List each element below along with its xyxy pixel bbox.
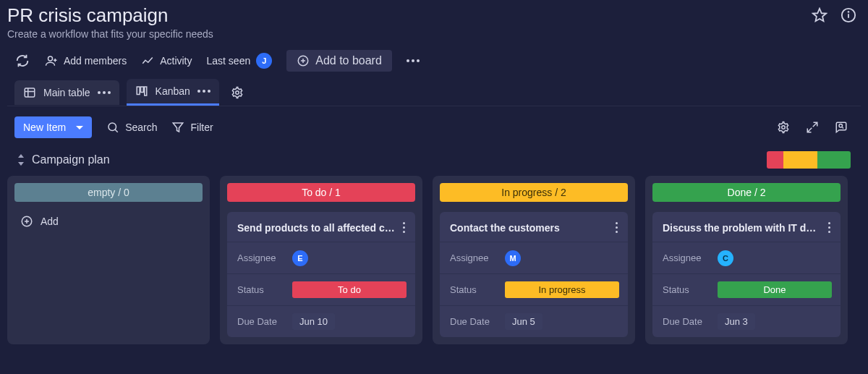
- chevron-down-icon: [76, 126, 83, 129]
- svg-marker-19: [174, 123, 184, 132]
- svg-point-17: [109, 123, 116, 131]
- star-icon[interactable]: [812, 7, 827, 23]
- kanban-column: To do / 1Send products to all affected c…: [220, 176, 422, 344]
- add-item-button[interactable]: Add: [14, 212, 203, 231]
- assignee-avatar[interactable]: E: [292, 250, 308, 266]
- last-seen[interactable]: Last seen J: [207, 53, 273, 69]
- field-label-due: Due Date: [663, 316, 718, 327]
- page-subtitle: Create a workflow that fits your specifi…: [7, 28, 213, 40]
- kanban-column: In progress / 2Contact the customersAssi…: [433, 176, 635, 344]
- svg-line-24: [843, 127, 844, 129]
- fullscreen-icon[interactable]: [806, 121, 819, 134]
- tab-kanban-label: Kanban: [156, 85, 190, 97]
- column-header[interactable]: empty / 0: [14, 183, 203, 202]
- tab-main-table-menu-icon[interactable]: [98, 91, 111, 94]
- field-label-due: Due Date: [237, 316, 292, 327]
- filter-button[interactable]: Filter: [171, 121, 213, 134]
- progress-segment-yellow: [783, 151, 817, 169]
- group-progress: [767, 151, 851, 169]
- svg-point-23: [839, 124, 843, 128]
- due-date[interactable]: Jun 5: [505, 313, 542, 330]
- column-header[interactable]: To do / 1: [227, 183, 415, 202]
- assignee-avatar[interactable]: M: [505, 250, 521, 266]
- field-label-status: Status: [237, 284, 292, 295]
- svg-marker-26: [18, 162, 24, 166]
- group-name[interactable]: Campaign plan: [32, 153, 110, 166]
- card-title: Contact the customers: [450, 222, 560, 234]
- kanban-card[interactable]: Send products to all affected cust…Assig…: [227, 212, 415, 337]
- kanban-column: empty / 0Add: [7, 176, 210, 344]
- svg-rect-13: [137, 87, 140, 95]
- card-menu-icon[interactable]: [613, 221, 621, 234]
- add-to-board-label: Add to board: [315, 54, 382, 67]
- svg-point-16: [236, 90, 239, 94]
- kanban-column: Done / 2Discuss the problem with IT depa…: [645, 176, 848, 344]
- due-date[interactable]: Jun 10: [292, 313, 335, 330]
- status-badge[interactable]: In progress: [505, 281, 619, 298]
- kanban-card[interactable]: Contact the customersAssigneeMStatusIn p…: [440, 212, 628, 337]
- field-label-assignee: Assignee: [450, 252, 505, 263]
- page-title: PR crisis campaign: [7, 4, 213, 27]
- tab-kanban[interactable]: Kanban: [127, 79, 219, 106]
- comment-search-icon[interactable]: [835, 121, 848, 134]
- svg-marker-0: [813, 9, 826, 21]
- field-label-assignee: Assignee: [663, 252, 718, 263]
- svg-line-22: [807, 128, 812, 132]
- column-header[interactable]: Done / 2: [652, 183, 841, 202]
- more-options-icon[interactable]: [407, 59, 420, 62]
- add-members-label: Add members: [64, 55, 127, 67]
- field-label-status: Status: [450, 284, 505, 295]
- board-settings-icon[interactable]: [777, 121, 790, 134]
- add-members-button[interactable]: Add members: [45, 54, 127, 67]
- add-to-board-button[interactable]: Add to board: [286, 50, 392, 72]
- status-badge[interactable]: Done: [718, 281, 832, 298]
- assignee-avatar[interactable]: C: [718, 250, 733, 266]
- svg-rect-15: [144, 87, 146, 95]
- card-title: Send products to all affected cust…: [237, 222, 395, 234]
- svg-rect-14: [140, 87, 143, 93]
- filter-label: Filter: [190, 122, 213, 133]
- field-label-status: Status: [663, 284, 718, 295]
- tab-main-table[interactable]: Main table: [14, 80, 119, 105]
- svg-rect-10: [25, 88, 35, 97]
- svg-point-20: [782, 126, 786, 129]
- last-seen-avatar: J: [256, 53, 272, 69]
- field-label-assignee: Assignee: [237, 252, 292, 263]
- activity-label: Activity: [160, 55, 192, 67]
- svg-line-21: [813, 122, 817, 127]
- card-menu-icon[interactable]: [825, 221, 833, 234]
- last-seen-label: Last seen: [207, 55, 251, 67]
- drag-handle-icon[interactable]: [17, 154, 25, 166]
- search-label: Search: [125, 122, 157, 133]
- tab-main-table-label: Main table: [43, 87, 90, 98]
- search-button[interactable]: Search: [106, 121, 157, 134]
- kanban-card[interactable]: Discuss the problem with IT depar…Assign…: [652, 212, 841, 337]
- field-label-due: Due Date: [450, 316, 505, 327]
- card-menu-icon[interactable]: [400, 221, 408, 234]
- new-item-label: New Item: [23, 122, 66, 133]
- add-item-label: Add: [41, 216, 59, 227]
- new-item-button[interactable]: New Item: [14, 116, 92, 138]
- progress-segment-red: [767, 151, 783, 169]
- card-title: Discuss the problem with IT depar…: [663, 222, 820, 234]
- tab-kanban-menu-icon[interactable]: [197, 90, 210, 93]
- views-settings-icon[interactable]: [231, 86, 244, 99]
- status-badge[interactable]: To do: [292, 281, 407, 298]
- svg-point-4: [48, 56, 53, 61]
- svg-point-3: [848, 12, 849, 12]
- automations-icon[interactable]: [14, 53, 30, 69]
- progress-segment-green: [817, 151, 851, 169]
- info-icon[interactable]: [841, 7, 856, 23]
- svg-line-18: [115, 129, 118, 132]
- column-header[interactable]: In progress / 2: [440, 183, 628, 202]
- activity-button[interactable]: Activity: [141, 54, 192, 67]
- due-date[interactable]: Jun 3: [718, 313, 755, 330]
- svg-marker-25: [18, 154, 24, 158]
